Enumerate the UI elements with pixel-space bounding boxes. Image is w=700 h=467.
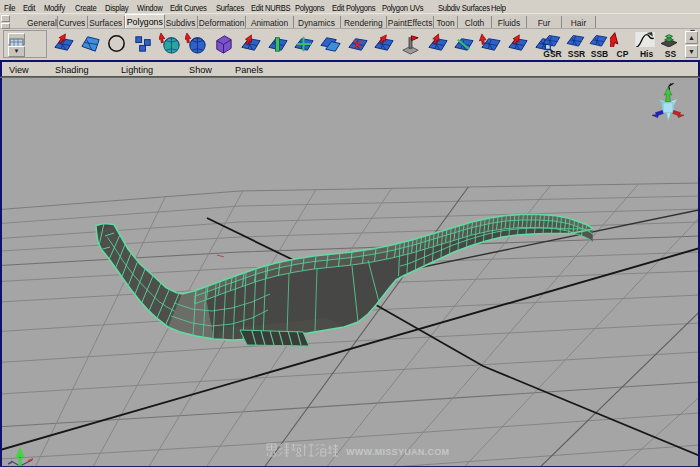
svg-text:WWW.MISSYUAN.COM: WWW.MISSYUAN.COM	[346, 447, 449, 457]
